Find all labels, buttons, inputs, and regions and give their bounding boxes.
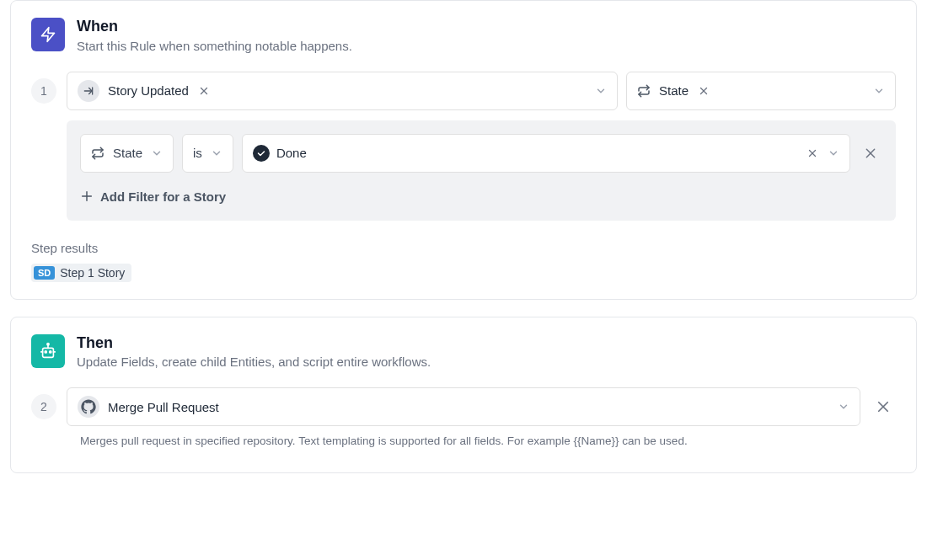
action-label: Merge Pull Request bbox=[108, 400, 829, 414]
add-filter-button[interactable]: Add Filter for a Story bbox=[80, 186, 882, 207]
filter-attribute-label: State bbox=[113, 146, 142, 160]
filter-attribute-select[interactable]: State bbox=[80, 134, 174, 173]
svg-point-16 bbox=[45, 350, 46, 352]
result-badge: SD bbox=[34, 266, 55, 280]
chevron-down-icon bbox=[828, 147, 839, 159]
refresh-icon bbox=[637, 84, 651, 98]
field-select[interactable]: State bbox=[626, 72, 896, 110]
chevron-down-icon bbox=[595, 85, 607, 97]
when-subtitle: Start this Rule when something notable h… bbox=[77, 39, 352, 53]
step-2-row: 2 Merge Pull Request bbox=[31, 387, 896, 426]
field-clear-icon[interactable] bbox=[697, 86, 710, 96]
trigger-clear-icon[interactable] bbox=[197, 86, 211, 96]
filter-operator-label: is bbox=[193, 146, 202, 160]
then-section: Then Update Fields, create child Entitie… bbox=[10, 317, 917, 474]
chevron-down-icon bbox=[151, 147, 163, 159]
lightning-icon bbox=[31, 18, 65, 51]
filter-value-select[interactable]: Done bbox=[242, 134, 850, 173]
when-header: When Start this Rule when something nota… bbox=[31, 18, 896, 53]
value-clear-icon[interactable] bbox=[806, 148, 819, 158]
svg-rect-13 bbox=[43, 348, 54, 357]
step-number-1: 1 bbox=[31, 78, 56, 104]
svg-marker-0 bbox=[42, 28, 55, 42]
action-help-text: Merges pull request in specified reposit… bbox=[80, 435, 896, 447]
delete-step-button[interactable] bbox=[871, 399, 896, 414]
step-results: Step results SD Step 1 Story bbox=[31, 241, 896, 282]
filter-value-label: Done bbox=[276, 146, 307, 160]
chevron-down-icon bbox=[873, 85, 885, 97]
remove-filter-button[interactable] bbox=[859, 147, 882, 160]
plus-icon bbox=[80, 189, 94, 203]
robot-icon bbox=[31, 334, 65, 368]
then-title: Then bbox=[77, 334, 431, 353]
step-1-row: 1 Story Updated bbox=[31, 72, 896, 221]
step-number-2: 2 bbox=[31, 394, 56, 419]
then-subtitle: Update Fields, create child Entities, an… bbox=[77, 355, 431, 369]
when-section: When Start this Rule when something nota… bbox=[10, 0, 917, 300]
trigger-label: Story Updated bbox=[108, 83, 189, 98]
filter-operator-select[interactable]: is bbox=[182, 134, 233, 173]
update-icon bbox=[78, 80, 99, 102]
filter-row: State is bbox=[80, 134, 882, 173]
field-label: State bbox=[659, 83, 689, 98]
step-results-label: Step results bbox=[31, 241, 896, 255]
then-header: Then Update Fields, create child Entitie… bbox=[31, 334, 896, 370]
chevron-down-icon bbox=[838, 401, 849, 413]
svg-point-15 bbox=[47, 343, 49, 344]
action-select[interactable]: Merge Pull Request bbox=[67, 387, 860, 426]
filter-panel: State is bbox=[67, 120, 896, 221]
github-icon bbox=[78, 396, 99, 418]
result-text: Step 1 Story bbox=[60, 266, 125, 280]
check-circle-icon bbox=[253, 145, 270, 162]
svg-point-17 bbox=[50, 350, 51, 352]
add-filter-label: Add Filter for a Story bbox=[100, 189, 226, 204]
chevron-down-icon bbox=[211, 147, 222, 159]
step-result-chip[interactable]: SD Step 1 Story bbox=[31, 264, 131, 282]
when-title: When bbox=[77, 18, 352, 36]
trigger-select[interactable]: Story Updated bbox=[67, 72, 618, 110]
refresh-icon bbox=[91, 147, 104, 160]
